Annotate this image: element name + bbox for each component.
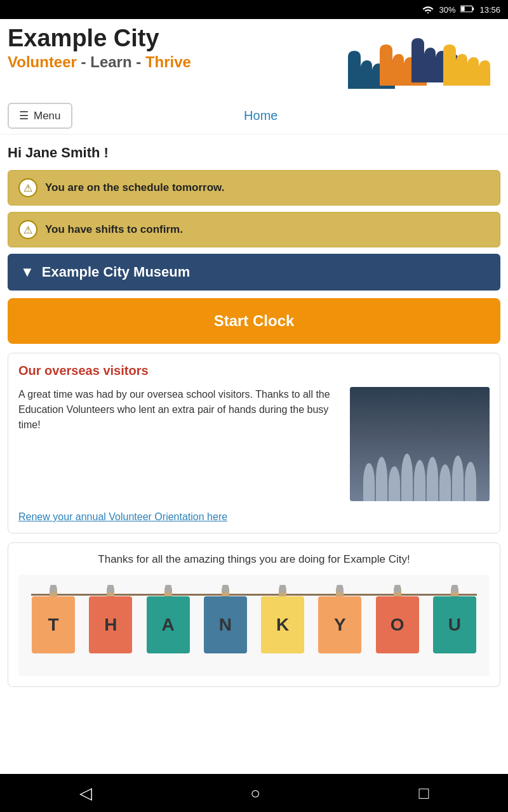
battery-icon <box>460 5 474 15</box>
people-silhouettes <box>350 421 490 501</box>
alert-schedule: ⚠ You are on the schedule tomorrow. <box>8 170 500 206</box>
battery-label: 30% <box>439 5 455 15</box>
person-4 <box>401 454 413 501</box>
person-5 <box>414 460 425 501</box>
greeting: Hi Jane Smith ! <box>8 145 500 161</box>
alert-icon-1: ⚠ <box>18 178 37 197</box>
subtitle-volunteer: Volunteer <box>8 53 77 70</box>
svg-point-0 <box>427 12 429 13</box>
news-card: Our overseas visitors A great time was h… <box>8 353 500 534</box>
app-header: Example City Volunteer - Learn - Thrive <box>0 19 508 95</box>
svg-rect-2 <box>462 6 465 11</box>
thankyou-card: Thanks for all the amazing things you ar… <box>8 542 500 687</box>
ty-card-N: N <box>204 596 247 653</box>
home-button[interactable]: ○ <box>250 783 260 803</box>
status-bar: 30% 13:56 <box>0 0 508 19</box>
subtitle-learn: Learn <box>90 53 131 70</box>
ty-card-K: K <box>261 596 304 653</box>
main-content: Hi Jane Smith ! ⚠ You are on the schedul… <box>0 134 508 706</box>
home-link[interactable]: Home <box>244 108 328 123</box>
alert-text-2: You have shifts to confirm. <box>45 223 183 236</box>
wifi-icon <box>422 4 434 15</box>
subtitle-sep1: - <box>77 53 90 70</box>
news-text: A great time was had by our oversea scho… <box>18 387 340 433</box>
subtitle-sep2: - <box>132 53 145 70</box>
bottom-nav: ◁ ○ □ <box>0 774 508 812</box>
person-8 <box>452 455 464 501</box>
back-button[interactable]: ◁ <box>79 783 92 803</box>
location-header[interactable]: ▼ Example City Museum <box>8 254 500 291</box>
thankyou-cards-row: T H A N K Y O U <box>25 587 483 653</box>
app-subtitle: Volunteer - Learn - Thrive <box>8 53 191 71</box>
news-photo <box>350 387 490 501</box>
person-2 <box>376 457 387 501</box>
thankyou-image: T H A N K Y O U <box>18 575 490 676</box>
alert-text-1: You are on the schedule tomorrow. <box>45 181 224 194</box>
app-branding: Example City Volunteer - Learn - Thrive <box>8 25 191 71</box>
alert-shifts: ⚠ You have shifts to confirm. <box>8 212 500 247</box>
clock: 13:56 <box>479 5 500 15</box>
person-1 <box>363 463 375 501</box>
news-title: Our overseas visitors <box>18 363 490 378</box>
alert-icon-2: ⚠ <box>18 220 37 239</box>
ty-card-A: A <box>147 596 190 653</box>
thankyou-text: Thanks for all the amazing things you ar… <box>18 553 490 566</box>
recents-button[interactable]: □ <box>419 783 429 803</box>
ty-card-Y: Y <box>318 596 361 653</box>
ty-card-T: T <box>32 596 75 653</box>
location-name: Example City Museum <box>42 264 190 280</box>
ty-card-U: U <box>433 596 476 653</box>
hands-logo <box>329 25 500 95</box>
menu-label: Menu <box>34 110 61 122</box>
person-7 <box>439 464 451 501</box>
nav-bar: ☰ Menu Home <box>0 98 508 134</box>
start-clock-button[interactable]: Start Clock <box>8 298 500 344</box>
person-9 <box>465 462 476 501</box>
person-6 <box>427 457 438 501</box>
svg-rect-3 <box>472 7 474 10</box>
orientation-link[interactable]: Renew your annual Volunteer Orientation … <box>18 511 490 523</box>
app-title: Example City <box>8 25 191 52</box>
chevron-down-icon: ▼ <box>20 264 34 280</box>
person-3 <box>389 466 400 501</box>
subtitle-thrive: Thrive <box>145 53 191 70</box>
news-image <box>350 387 490 501</box>
menu-button[interactable]: ☰ Menu <box>8 103 72 129</box>
logo-hands <box>329 25 500 95</box>
hamburger-icon: ☰ <box>19 109 29 122</box>
ty-card-O: O <box>376 596 419 653</box>
ty-card-H: H <box>89 596 132 653</box>
news-body: A great time was had by our oversea scho… <box>18 387 490 501</box>
